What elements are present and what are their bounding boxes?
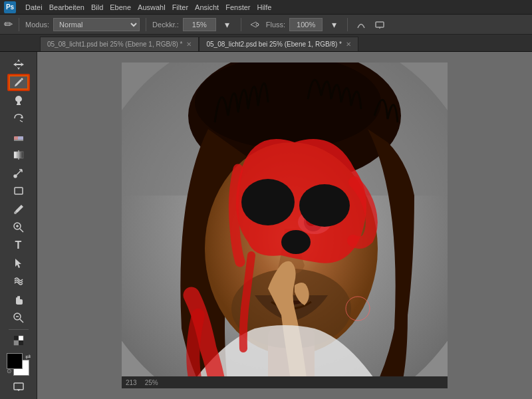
svg-rect-1 bbox=[376, 22, 384, 27]
menu-hilfe[interactable]: Hilfe bbox=[254, 2, 274, 13]
main-layout: T bbox=[0, 52, 532, 399]
menu-ebene[interactable]: Ebene bbox=[107, 2, 134, 13]
tool-quickmask[interactable] bbox=[7, 332, 30, 348]
tool-pen[interactable] bbox=[7, 165, 30, 182]
menu-bild[interactable]: Bild bbox=[88, 2, 106, 13]
tab2-close[interactable]: ✕ bbox=[346, 41, 351, 48]
svg-point-10 bbox=[14, 175, 17, 178]
menu-filter[interactable]: Filter bbox=[170, 2, 191, 13]
fluss-input[interactable]: 100% bbox=[289, 18, 323, 31]
color-swap-icon[interactable]: ⇄ bbox=[25, 353, 31, 360]
tool-brush[interactable] bbox=[7, 74, 30, 90]
tool-zoom[interactable] bbox=[7, 219, 30, 235]
sep3 bbox=[241, 18, 241, 31]
fluss-dropdown[interactable]: ▾ bbox=[327, 17, 341, 32]
svg-rect-21 bbox=[19, 336, 23, 340]
sep4 bbox=[347, 18, 348, 31]
screen-mode-btn[interactable] bbox=[7, 378, 30, 395]
fg-color-swatch[interactable] bbox=[7, 353, 23, 369]
svg-point-12 bbox=[14, 211, 17, 214]
tool-eyedropper[interactable] bbox=[7, 201, 30, 217]
tool-sep1 bbox=[9, 329, 29, 330]
tool-warp[interactable] bbox=[7, 273, 30, 290]
menu-bearbeiten[interactable]: Bearbeiten bbox=[47, 2, 87, 13]
pressure-icon[interactable] bbox=[354, 17, 368, 32]
tablet-icon[interactable] bbox=[372, 17, 387, 32]
tool-zoom2[interactable] bbox=[7, 309, 30, 326]
menu-fenster[interactable]: Fenster bbox=[223, 2, 253, 13]
tool-move[interactable] bbox=[7, 56, 30, 72]
menu-auswahl[interactable]: Auswahl bbox=[135, 2, 168, 13]
tool-eraser[interactable] bbox=[7, 128, 30, 145]
canvas-area[interactable]: 213 25% bbox=[37, 52, 532, 399]
menu-datei[interactable]: Datei bbox=[23, 2, 45, 13]
brush-tool-icon: ✏ bbox=[4, 18, 13, 31]
svg-line-18 bbox=[20, 319, 23, 323]
svg-line-14 bbox=[20, 229, 23, 232]
deckkr-dropdown[interactable]: ▾ bbox=[220, 17, 235, 32]
tool-text[interactable]: T bbox=[7, 237, 30, 253]
tool-stamp[interactable] bbox=[7, 92, 30, 109]
tool-history-brush[interactable] bbox=[7, 110, 30, 127]
svg-rect-11 bbox=[15, 188, 23, 194]
svg-rect-7 bbox=[14, 140, 23, 141]
svg-rect-4 bbox=[17, 104, 21, 105]
canvas-zoom-info: 25% bbox=[145, 379, 158, 386]
tool-rect[interactable] bbox=[7, 183, 30, 200]
svg-rect-24 bbox=[14, 383, 23, 390]
color-swatches: ⇄ ⊙ bbox=[7, 353, 31, 374]
tool-gradient[interactable] bbox=[7, 146, 30, 163]
canvas-container: 213 25% bbox=[122, 63, 448, 388]
menu-ansicht[interactable]: Ansicht bbox=[192, 2, 221, 13]
modus-select[interactable]: Normal bbox=[53, 18, 140, 31]
color-reset-icon[interactable]: ⊙ bbox=[7, 368, 12, 374]
canvas-info-bar: 213 25% bbox=[122, 376, 448, 388]
tab-licht2[interactable]: 05_08_licht2.psd bei 25% (Ebene 1, RGB/8… bbox=[199, 37, 358, 51]
svg-rect-22 bbox=[14, 340, 19, 345]
menu-items: Datei Bearbeiten Bild Ebene Auswahl Filt… bbox=[23, 2, 274, 13]
tab1-label: 05_08_licht1.psd bei 25% (Ebene 1, RGB/8… bbox=[47, 41, 182, 48]
sep2 bbox=[146, 18, 146, 31]
canvas-image bbox=[122, 63, 448, 388]
modus-label: Modus: bbox=[25, 21, 49, 29]
sep1 bbox=[19, 18, 19, 31]
tool-hand[interactable] bbox=[7, 291, 30, 308]
svg-point-41 bbox=[281, 230, 311, 254]
tool-arrow[interactable] bbox=[7, 255, 30, 272]
airbrush-toggle[interactable] bbox=[247, 17, 262, 32]
svg-point-40 bbox=[299, 184, 350, 227]
tab1-close[interactable]: ✕ bbox=[186, 41, 192, 48]
tab-bar: 05_08_licht1.psd bei 25% (Ebene 1, RGB/8… bbox=[0, 35, 532, 52]
deckkr-label: Deckkr.: bbox=[152, 21, 179, 29]
svg-rect-23 bbox=[19, 340, 23, 345]
fluss-label: Fluss: bbox=[266, 21, 285, 29]
svg-rect-20 bbox=[14, 336, 19, 340]
tab-licht1[interactable]: 05_08_licht1.psd bei 25% (Ebene 1, RGB/8… bbox=[40, 37, 199, 51]
deckkr-input[interactable]: 15% bbox=[183, 18, 216, 31]
ps-icon: Ps bbox=[4, 1, 16, 13]
tab2-label: 05_08_licht2.psd bei 25% (Ebene 1, RGB/8… bbox=[206, 41, 341, 48]
left-toolbar: T bbox=[0, 52, 37, 399]
canvas-doc-info: 213 bbox=[126, 379, 137, 386]
svg-point-39 bbox=[241, 179, 295, 225]
toolbar: ✏ Modus: Normal Deckkr.: 15% ▾ Fluss: 10… bbox=[0, 15, 532, 35]
menu-bar: Ps Datei Bearbeiten Bild Ebene Auswahl F… bbox=[0, 0, 532, 15]
